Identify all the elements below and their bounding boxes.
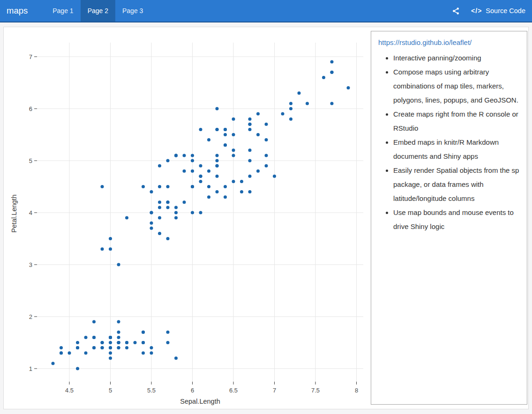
data-point [265, 164, 268, 168]
data-point [166, 341, 170, 344]
data-point [117, 336, 120, 339]
data-point [109, 356, 112, 360]
data-point [166, 237, 170, 240]
navbar: maps Page 1Page 2Page 3 </> Source Code [0, 0, 532, 22]
data-point [158, 185, 161, 188]
data-point [199, 164, 202, 168]
data-point [224, 195, 227, 199]
share-icon[interactable] [452, 7, 460, 15]
data-point [224, 128, 227, 131]
tab-page-2[interactable]: Page 2 [81, 0, 115, 22]
data-point [191, 211, 194, 214]
data-point [256, 133, 260, 136]
data-point [150, 190, 153, 193]
data-point [166, 206, 170, 209]
y-tick-label: 1 [29, 365, 32, 372]
data-point [92, 346, 96, 349]
data-point [183, 200, 186, 204]
data-point [199, 128, 202, 131]
data-point [232, 133, 235, 136]
data-point [109, 237, 112, 240]
data-point [166, 159, 170, 163]
tab-page-1[interactable]: Page 1 [45, 0, 80, 22]
data-point [150, 227, 153, 230]
data-point [298, 91, 301, 95]
x-tick-label: 6.5 [229, 387, 238, 394]
app-brand[interactable]: maps [0, 0, 34, 22]
data-point [174, 211, 178, 214]
tab-page-3[interactable]: Page 3 [115, 0, 150, 22]
data-point [101, 185, 104, 188]
data-point [101, 346, 104, 349]
data-point [199, 211, 202, 214]
feature-bullet: Create maps right from the R console or … [393, 107, 520, 135]
y-tick-label: 7 [29, 53, 32, 60]
x-axis-title: Sepal.Length [180, 398, 220, 405]
data-point [174, 206, 178, 209]
x-tick-label: 8 [355, 387, 358, 394]
data-point [232, 180, 235, 183]
content-panel: 12345674.555.566.577.58Sepal.LengthPetal… [3, 27, 529, 409]
feature-bullet: Interactive panning/zooming [393, 51, 520, 65]
data-point [256, 112, 260, 116]
data-point [199, 175, 202, 178]
data-point [289, 118, 292, 121]
x-tick-label: 7 [273, 387, 276, 394]
feature-list: Interactive panning/zoomingCompose maps … [378, 51, 520, 234]
y-tick-label: 3 [29, 261, 32, 268]
source-code-label: Source Code [486, 7, 525, 15]
data-point [166, 200, 170, 204]
data-point [248, 175, 252, 178]
data-point [248, 128, 252, 131]
data-point [109, 336, 112, 339]
data-point [232, 154, 235, 157]
navbar-right: </> Source Code [452, 0, 532, 22]
data-point [84, 336, 88, 339]
data-point [60, 351, 63, 355]
data-point [142, 351, 145, 355]
nav-tabs: Page 1Page 2Page 3 [45, 0, 150, 22]
data-point [265, 154, 268, 157]
y-axis-title: Petal.Length [10, 194, 18, 232]
data-point [109, 351, 112, 355]
feature-bullet: Compose maps using arbitrary combination… [393, 65, 520, 107]
leaflet-link[interactable]: https://rstudio.github.io/leaflet/ [378, 38, 520, 46]
x-tick-label: 5.5 [147, 387, 156, 394]
y-tick-label: 2 [29, 313, 32, 320]
data-point [150, 222, 153, 225]
x-tick-label: 6 [191, 387, 194, 394]
data-point [117, 341, 120, 344]
data-point [207, 138, 210, 141]
data-point [289, 107, 292, 111]
data-point [248, 118, 252, 121]
data-point [207, 185, 210, 188]
data-point [224, 185, 227, 188]
data-point [76, 346, 79, 349]
data-point [125, 346, 128, 349]
data-point [109, 247, 112, 251]
data-point [76, 341, 79, 344]
feature-bullet: Use map bounds and mouse events to drive… [393, 206, 520, 234]
feature-bullet: Embed maps in knitr/R Markdown documents… [393, 135, 520, 163]
source-code-link[interactable]: </> Source Code [471, 7, 525, 15]
data-point [142, 341, 145, 344]
data-point [84, 351, 88, 355]
x-tick-label: 7.5 [311, 387, 320, 394]
x-tick-label: 4.5 [65, 387, 74, 394]
data-point [232, 118, 235, 121]
data-point [142, 331, 145, 334]
data-point [92, 320, 96, 324]
scatter-plot[interactable]: 12345674.555.566.577.58Sepal.LengthPetal… [4, 27, 374, 409]
data-point [248, 123, 252, 126]
data-point [183, 154, 186, 157]
data-point [125, 216, 128, 220]
data-point [150, 211, 153, 214]
data-point [265, 138, 268, 141]
data-point [240, 190, 243, 193]
data-point [125, 341, 128, 344]
data-point [68, 351, 71, 355]
data-point [306, 102, 309, 105]
data-point [117, 346, 120, 349]
data-point [117, 263, 120, 266]
data-point [330, 102, 334, 105]
